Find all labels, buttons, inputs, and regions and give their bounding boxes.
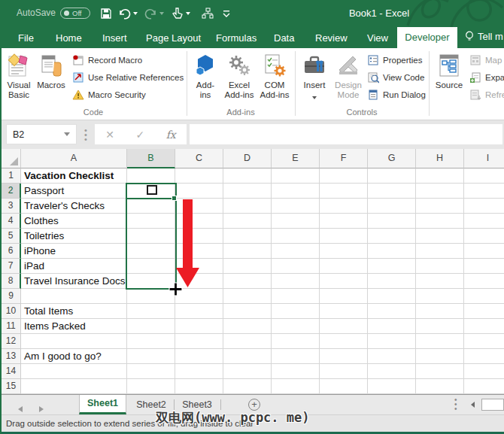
cell-E10[interactable] [272, 304, 320, 319]
cell-I11[interactable] [464, 319, 504, 334]
cell-D14[interactable] [223, 364, 272, 379]
cell-A8[interactable]: Travel Insurance Docs [21, 274, 127, 289]
cell-G9[interactable] [368, 289, 416, 304]
cell-E8[interactable] [272, 274, 320, 289]
cell-A7[interactable]: iPad [21, 259, 127, 274]
save-button[interactable] [100, 5, 112, 22]
row-header-4[interactable]: 4 [2, 214, 21, 229]
row-header-6[interactable]: 6 [2, 244, 21, 259]
name-box-dropdown-icon[interactable] [64, 132, 70, 136]
cell-D7[interactable] [223, 259, 272, 274]
cell-F11[interactable] [320, 319, 368, 334]
cell-F7[interactable] [320, 259, 368, 274]
cell-E3[interactable] [272, 199, 320, 214]
record-macro-button[interactable]: Record Macro [72, 54, 142, 66]
row-header-7[interactable]: 7 [2, 259, 21, 274]
sheet-nav-left-button[interactable] [18, 402, 23, 415]
cell-D9[interactable] [223, 289, 272, 304]
cell-G7[interactable] [368, 259, 416, 274]
cell-G15[interactable] [368, 379, 416, 394]
column-header-D[interactable]: D [223, 149, 272, 168]
tab-data[interactable]: Data [274, 31, 294, 48]
cell-D8[interactable] [223, 274, 272, 289]
cell-E2[interactable] [272, 184, 320, 199]
cell-C10[interactable] [175, 304, 223, 319]
column-header-C[interactable]: C [175, 149, 223, 168]
row-header-13[interactable]: 13 [2, 349, 21, 364]
cell-D4[interactable] [223, 214, 272, 229]
cell-I2[interactable] [464, 184, 504, 199]
cell-F13[interactable] [320, 349, 368, 364]
name-box[interactable]: B2 [6, 124, 77, 144]
insert-function-button[interactable]: fx [166, 129, 176, 141]
cell-B15[interactable] [127, 379, 175, 394]
cell-D12[interactable] [223, 334, 272, 349]
row-header-11[interactable]: 11 [2, 319, 21, 334]
cell-I6[interactable] [464, 244, 504, 259]
cell-A10[interactable]: Total Items [21, 304, 127, 319]
column-header-F[interactable]: F [320, 149, 368, 168]
cell-E9[interactable] [272, 289, 320, 304]
cell-H10[interactable] [416, 304, 464, 319]
cell-D3[interactable] [223, 199, 272, 214]
expansion-packs-button[interactable]: Expansion Packs [469, 71, 504, 83]
tell-me-box[interactable]: Tell m [465, 31, 503, 42]
cell-H6[interactable] [416, 244, 464, 259]
cell-A14[interactable] [21, 364, 127, 379]
tab-formulas[interactable]: Formulas [216, 31, 257, 48]
column-header-H[interactable]: H [416, 149, 464, 168]
tab-insert[interactable]: Insert [102, 31, 127, 48]
cell-D5[interactable] [223, 229, 272, 244]
checkbox-control[interactable] [147, 185, 157, 195]
cell-D1[interactable] [223, 168, 272, 184]
tab-developer[interactable]: Developer [397, 27, 457, 48]
cell-F15[interactable] [320, 379, 368, 394]
view-code-button[interactable]: View Code [367, 71, 424, 83]
cell-H11[interactable] [416, 319, 464, 334]
cell-E7[interactable] [272, 259, 320, 274]
cell-A1[interactable]: Vacation Checklist [21, 168, 127, 184]
cell-B11[interactable] [127, 319, 175, 334]
cell-C14[interactable] [175, 364, 223, 379]
row-header-14[interactable]: 14 [2, 364, 21, 379]
run-dialog-button[interactable]: Run Dialog [367, 89, 426, 101]
customize-qat-button[interactable] [223, 5, 230, 22]
cell-E15[interactable] [272, 379, 320, 394]
row-header-9[interactable]: 9 [2, 289, 21, 304]
cell-I10[interactable] [464, 304, 504, 319]
row-header-10[interactable]: 10 [2, 304, 21, 319]
cell-E11[interactable] [272, 319, 320, 334]
cell-F5[interactable] [320, 229, 368, 244]
refresh-data-button[interactable]: Refresh Data [469, 89, 504, 101]
cell-A15[interactable] [21, 379, 127, 394]
cell-H5[interactable] [416, 229, 464, 244]
cell-I7[interactable] [464, 259, 504, 274]
hscroll-thumb[interactable] [481, 399, 504, 411]
cell-H9[interactable] [416, 289, 464, 304]
insert-control-button[interactable]: Insert [298, 51, 331, 102]
cell-G14[interactable] [368, 364, 416, 379]
cell-D15[interactable] [223, 379, 272, 394]
redo-button[interactable] [144, 5, 164, 22]
diagram-button[interactable] [202, 5, 214, 22]
column-header-B[interactable]: B [127, 149, 175, 168]
cell-H3[interactable] [416, 199, 464, 214]
map-properties-button[interactable]: Map Properties [469, 54, 504, 66]
cell-E5[interactable] [272, 229, 320, 244]
cell-A6[interactable]: iPhone [21, 244, 127, 259]
cell-D13[interactable] [223, 349, 272, 364]
cell-D6[interactable] [223, 244, 272, 259]
row-header-12[interactable]: 12 [2, 334, 21, 349]
cell-D10[interactable] [223, 304, 272, 319]
cell-I8[interactable] [464, 274, 504, 289]
cell-B14[interactable] [127, 364, 175, 379]
design-mode-button[interactable]: Design Mode [331, 51, 366, 100]
cell-I9[interactable] [464, 289, 504, 304]
cell-I5[interactable] [464, 229, 504, 244]
cell-G3[interactable] [368, 199, 416, 214]
cell-A3[interactable]: Traveler's Checks [21, 199, 127, 214]
cell-H1[interactable] [416, 168, 464, 184]
macro-security-button[interactable]: Macro Security [72, 89, 146, 101]
add-ins-button[interactable]: Add- ins [188, 51, 223, 100]
cell-F1[interactable] [320, 168, 368, 184]
